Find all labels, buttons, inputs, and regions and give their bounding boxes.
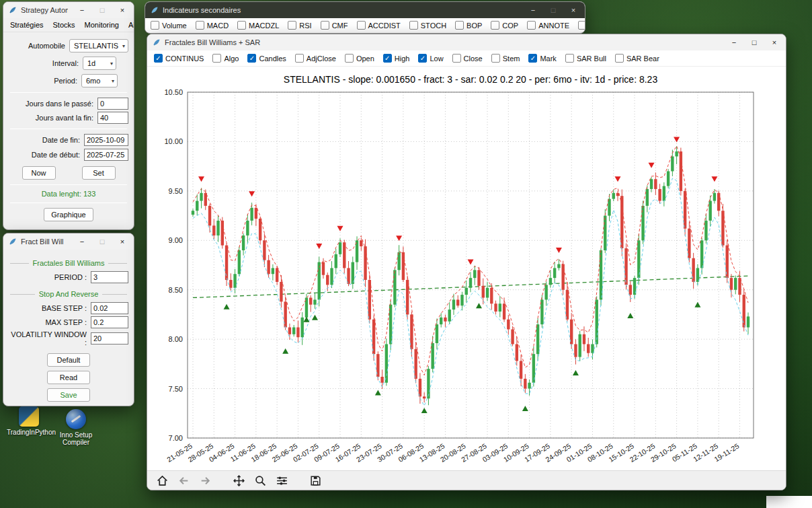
pan-icon[interactable] <box>231 473 247 489</box>
base-step-input[interactable] <box>91 302 128 314</box>
checkbox-sar-bear[interactable]: SAR Bear <box>615 54 659 63</box>
maximize-button[interactable]: □ <box>92 2 112 18</box>
checkbox-unchecked-icon[interactable] <box>295 54 304 63</box>
separator <box>10 129 127 129</box>
chart-titlebar[interactable]: Fractales Bill Williams + SAR − □ × <box>147 34 786 50</box>
checkbox-unchecked-icon[interactable] <box>345 54 354 63</box>
strategy-titlebar[interactable]: Strategy Automat... − □ × <box>3 2 134 18</box>
checkbox-unchecked-icon[interactable] <box>578 21 585 30</box>
checkbox-accdist[interactable]: ACCDIST <box>357 21 401 30</box>
interval-combobox[interactable]: 1d ▾ <box>83 57 116 70</box>
close-button[interactable]: × <box>112 233 132 250</box>
close-button[interactable]: × <box>112 2 132 18</box>
zoom-icon[interactable] <box>252 473 268 489</box>
checkbox-unchecked-icon[interactable] <box>321 21 329 30</box>
checkbox-checked-icon[interactable]: ✓ <box>418 54 427 63</box>
date-start-input[interactable] <box>84 149 128 161</box>
checkbox-macdzl[interactable]: MACDZL <box>237 21 279 30</box>
checkbox-open[interactable]: Open <box>345 54 374 63</box>
menu-monitoring[interactable]: Monitoring <box>81 20 123 30</box>
checkbox-unchecked-icon[interactable] <box>491 54 500 63</box>
indicators-titlebar[interactable]: Indicateurs secondaires − □ × <box>145 2 585 18</box>
svg-text:STELLANTIS - slope: 0.001650 -: STELLANTIS - slope: 0.001650 - fract: 3 … <box>284 74 658 85</box>
save-icon[interactable] <box>307 473 323 489</box>
fract-titlebar[interactable]: Fract Bill Will − □ × <box>3 233 134 250</box>
minimize-button[interactable]: − <box>724 34 744 50</box>
max-step-input[interactable] <box>91 316 128 328</box>
maximize-button[interactable]: □ <box>92 233 112 250</box>
automobile-combobox[interactable]: STELLANTIS ▾ <box>69 39 128 52</box>
checkbox-bop[interactable]: BOP <box>455 21 482 30</box>
subplot-settings-icon[interactable] <box>274 473 290 489</box>
minimize-button[interactable]: − <box>72 2 92 18</box>
close-button[interactable]: × <box>563 2 583 18</box>
desktop-icon-inno-setup[interactable]: Inno Setup Compiler <box>54 409 98 446</box>
checkbox-cross[interactable]: CROSS <box>578 21 585 30</box>
checkbox-unchecked-icon[interactable] <box>288 21 296 30</box>
checkbox-unchecked-icon[interactable] <box>196 21 204 30</box>
menu-aide[interactable]: Aide <box>124 20 134 30</box>
date-end-input[interactable] <box>84 134 128 146</box>
checkbox-checked-icon[interactable]: ✓ <box>383 54 392 63</box>
checkbox-unchecked-icon[interactable] <box>527 21 536 30</box>
checkbox-mark[interactable]: ✓Mark <box>528 54 556 63</box>
days-end-label: Jours avant la fin: <box>9 114 97 122</box>
close-button[interactable]: × <box>764 34 784 50</box>
maximize-button[interactable]: □ <box>543 2 563 18</box>
forward-icon[interactable] <box>197 473 213 489</box>
checkbox-annote[interactable]: ANNOTE <box>527 21 569 30</box>
days-past-input[interactable] <box>97 98 128 110</box>
checkbox-stoch[interactable]: STOCH <box>409 21 446 30</box>
checkbox-unchecked-icon[interactable] <box>615 54 624 63</box>
menu-strategies[interactable]: Stratégies <box>6 20 48 30</box>
checkbox-checked-icon[interactable]: ✓ <box>528 54 537 63</box>
menu-stocks[interactable]: Stocks <box>49 20 79 30</box>
checkbox-algo[interactable]: Algo <box>212 54 239 63</box>
checkbox-cop[interactable]: COP <box>491 21 518 30</box>
checkbox-stem[interactable]: Stem <box>491 54 520 63</box>
back-icon[interactable] <box>175 473 192 489</box>
checkbox-high[interactable]: ✓High <box>383 54 410 63</box>
checkbox-macd[interactable]: MACD <box>196 21 229 30</box>
checkbox-cmf[interactable]: CMF <box>321 21 348 30</box>
now-button[interactable]: Now <box>22 166 56 180</box>
checkbox-unchecked-icon[interactable] <box>452 54 461 63</box>
set-button[interactable]: Set <box>82 166 116 180</box>
svg-text:8.00: 8.00 <box>169 335 183 343</box>
checkbox-candles[interactable]: ✓Candles <box>247 54 286 63</box>
checkbox-unchecked-icon[interactable] <box>357 21 366 30</box>
period-combobox[interactable]: 6mo ▾ <box>81 74 118 87</box>
svg-text:7.00: 7.00 <box>169 434 183 442</box>
desktop-icon-tradinginpython[interactable]: TradingInPython <box>7 406 51 436</box>
minimize-button[interactable]: − <box>523 2 543 18</box>
checkbox-checked-icon[interactable]: ✓ <box>154 54 163 63</box>
minimize-button[interactable]: − <box>72 233 92 250</box>
checkbox-continus[interactable]: ✓CONTINUS <box>154 54 204 63</box>
checkbox-rsi[interactable]: RSI <box>288 21 311 30</box>
checkbox-unchecked-icon[interactable] <box>565 54 574 63</box>
checkbox-close[interactable]: Close <box>452 54 483 63</box>
checkbox-unchecked-icon[interactable] <box>491 21 499 30</box>
maximize-button[interactable]: □ <box>744 34 764 50</box>
checkbox-unchecked-icon[interactable] <box>151 21 159 30</box>
days-end-input[interactable] <box>97 112 128 124</box>
checkbox-sar-bull[interactable]: SAR Bull <box>565 54 606 63</box>
checkbox-low[interactable]: ✓Low <box>418 54 443 63</box>
checkbox-unchecked-icon[interactable] <box>237 21 246 30</box>
checkbox-unchecked-icon[interactable] <box>212 54 221 63</box>
home-icon[interactable] <box>154 473 170 489</box>
candlestick-chart[interactable]: 10.5010.009.509.008.508.007.507.0021-05-… <box>147 67 784 470</box>
checkbox-adjclose[interactable]: AdjClose <box>295 54 336 63</box>
checkbox-label: MACD <box>207 22 229 30</box>
default-button[interactable]: Default <box>47 353 90 367</box>
read-button[interactable]: Read <box>47 371 90 384</box>
interval-label: Interval: <box>9 59 83 67</box>
period-fract-input[interactable] <box>91 271 128 283</box>
checkbox-unchecked-icon[interactable] <box>409 21 418 30</box>
graphique-button[interactable]: Graphique <box>44 208 93 221</box>
volatility-window-input[interactable] <box>91 332 128 344</box>
checkbox-unchecked-icon[interactable] <box>455 21 464 30</box>
save-button[interactable]: Save <box>47 388 90 402</box>
checkbox-checked-icon[interactable]: ✓ <box>247 54 256 63</box>
checkbox-volume[interactable]: Volume <box>151 21 187 30</box>
